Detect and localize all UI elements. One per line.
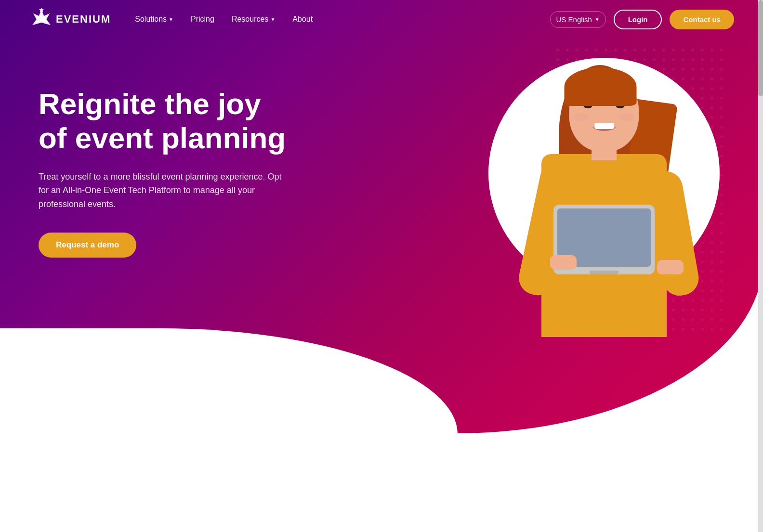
nav-right: US English ▼ Login Contact us bbox=[550, 10, 734, 29]
chevron-down-icon: ▼ bbox=[169, 17, 173, 22]
chevron-down-icon: ▼ bbox=[270, 17, 275, 22]
login-button[interactable]: Login bbox=[614, 10, 662, 29]
request-demo-button[interactable]: Request a demo bbox=[39, 233, 136, 258]
logo-icon bbox=[29, 7, 54, 32]
language-selector[interactable]: US English ▼ bbox=[550, 11, 606, 28]
nav-solutions[interactable]: Solutions ▼ bbox=[135, 15, 173, 24]
hand-right bbox=[657, 260, 684, 274]
nav-about[interactable]: About bbox=[292, 15, 313, 24]
nav-resources[interactable]: Resources ▼ bbox=[232, 15, 275, 24]
chevron-down-icon: ▼ bbox=[595, 17, 600, 22]
hair-front bbox=[565, 67, 637, 106]
logo[interactable]: EVENIUM bbox=[29, 7, 111, 32]
laptop-base bbox=[590, 271, 618, 274]
language-label: US English bbox=[556, 15, 592, 24]
person-illustration bbox=[493, 24, 715, 332]
nav-links: Solutions ▼ Pricing Resources ▼ About bbox=[135, 15, 550, 24]
hero-content: Reignite the joy of event planning Treat… bbox=[0, 0, 328, 315]
hero-image bbox=[484, 24, 724, 332]
nav-pricing[interactable]: Pricing bbox=[191, 15, 214, 24]
scrollbar[interactable] bbox=[758, 0, 763, 433]
hand-left bbox=[550, 255, 577, 270]
hero-section: Reignite the joy of event planning Treat… bbox=[0, 0, 763, 433]
hero-title: Reignite the joy of event planning bbox=[39, 87, 289, 156]
brand-name: EVENIUM bbox=[56, 13, 111, 26]
contact-button[interactable]: Contact us bbox=[670, 10, 734, 29]
hero-subtitle: Treat yourself to a more blissful event … bbox=[39, 170, 289, 211]
